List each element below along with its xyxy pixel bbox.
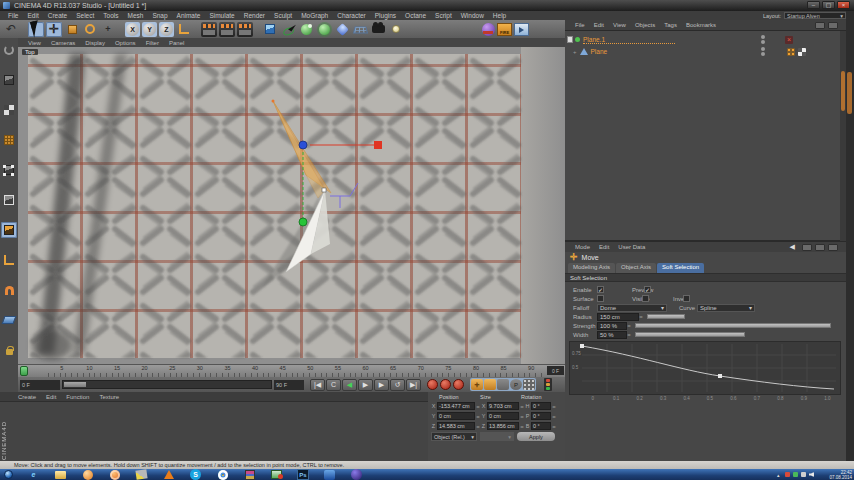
om-menu-item[interactable]: File <box>571 22 589 28</box>
timeline-slider[interactable] <box>62 380 272 389</box>
material-menu-item[interactable]: Edit <box>42 394 60 400</box>
strength-slider[interactable] <box>635 323 831 328</box>
am-menu-item[interactable]: Mode <box>571 244 594 250</box>
material-menu-item[interactable]: Texture <box>95 394 123 400</box>
am-menu-item[interactable]: User Data <box>614 244 649 250</box>
edges-mode-button[interactable] <box>1 192 17 208</box>
visible-checkbox[interactable] <box>642 295 649 302</box>
texture-mode-button[interactable] <box>1 102 17 118</box>
enabled-dot-icon[interactable] <box>575 37 580 42</box>
timeline-ruler[interactable]: 51015202530354045505560657075808590 0 F <box>18 364 565 377</box>
tray-app-icon[interactable] <box>793 472 798 477</box>
chrome-icon[interactable] <box>216 470 229 479</box>
tray-up-arrow-icon[interactable]: ▴ <box>777 472 782 477</box>
menu-item[interactable]: Help <box>489 12 510 19</box>
tab-soft-selection[interactable]: Soft Selection <box>657 263 704 273</box>
om-scrollbar-thumb[interactable] <box>841 71 845 111</box>
z-axis-handle[interactable] <box>299 141 307 149</box>
size-y-field[interactable]: 0 cm <box>487 412 519 420</box>
width-slider[interactable] <box>635 332 745 337</box>
current-frame-field[interactable]: 0 F <box>547 366 564 375</box>
add-camera-button[interactable] <box>370 22 386 37</box>
add-generator-button[interactable] <box>298 22 314 37</box>
internet-explorer-icon[interactable]: e <box>27 470 40 479</box>
add-spline-button[interactable] <box>280 22 296 37</box>
object-name-edit[interactable]: Plane.1 <box>583 36 675 44</box>
uvw-tag-icon[interactable] <box>798 48 806 56</box>
bridge-icon[interactable] <box>323 470 336 479</box>
tab-modeling-axis[interactable]: Modeling Axis <box>568 263 615 273</box>
menu-item[interactable]: Octane <box>401 12 430 19</box>
curve-point[interactable] <box>580 344 584 348</box>
layout-dropdown[interactable]: Startup Alven ▾ <box>784 12 846 19</box>
add-primitive-button[interactable] <box>262 22 278 37</box>
transport-button[interactable]: ▶ <box>358 379 373 391</box>
om-menu-item[interactable]: Objects <box>631 22 659 28</box>
menu-item[interactable]: Tools <box>99 12 122 19</box>
menu-item[interactable]: Edit <box>23 12 42 19</box>
render-view-button[interactable] <box>201 22 217 37</box>
object-row[interactable]: + Plane <box>565 46 846 57</box>
rotation-b-field[interactable]: 0 ° <box>531 422 551 430</box>
workplane-button[interactable] <box>1 312 17 328</box>
menu-item[interactable]: Sculpt <box>270 12 296 19</box>
lock-y-button[interactable]: Y <box>142 22 157 37</box>
coord-secondary-dropdown[interactable]: ▾ <box>480 432 514 441</box>
render-picture-viewer-button[interactable] <box>219 22 235 37</box>
minimize-button[interactable]: – <box>807 1 820 9</box>
lock-workplane-button[interactable] <box>1 342 17 358</box>
viewport-menu-item[interactable]: Options <box>111 40 140 46</box>
render-settings-button[interactable] <box>237 22 253 37</box>
visibility-dots[interactable] <box>761 47 765 56</box>
position-y-field[interactable]: 0 cm <box>437 412 475 420</box>
viewport-menu-item[interactable]: Display <box>81 40 109 46</box>
apply-button[interactable]: Apply <box>517 432 555 441</box>
menu-item[interactable]: MoGraph <box>297 12 332 19</box>
octane-fire-button[interactable]: FIRE <box>497 23 512 36</box>
om-menu-item[interactable]: View <box>609 22 630 28</box>
media-player-icon[interactable] <box>81 470 94 479</box>
history-back-icon[interactable]: ◀ <box>786 243 799 251</box>
transport-button[interactable]: ↺ <box>390 379 405 391</box>
window-edge-scrollbar[interactable] <box>846 11 854 461</box>
close-button[interactable]: × <box>837 1 850 9</box>
falloff-curve-editor[interactable]: 0.75 0.5 <box>569 341 841 395</box>
material-menu-item[interactable]: Function <box>62 394 93 400</box>
radius-bar[interactable] <box>647 314 685 319</box>
om-menu-item[interactable]: Bookmarks <box>682 22 720 28</box>
folder-icon[interactable] <box>54 470 67 479</box>
octane-live-viewer-button[interactable] <box>514 23 529 36</box>
autokey-button[interactable] <box>440 379 451 390</box>
y-axis-handle[interactable] <box>299 218 307 226</box>
enable-checkbox[interactable]: ✓ <box>597 286 604 293</box>
paint-icon[interactable] <box>135 470 148 479</box>
viewport-menu-item[interactable]: Cameras <box>47 40 79 46</box>
player-icon[interactable] <box>108 470 121 479</box>
lock-z-button[interactable]: Z <box>159 22 174 37</box>
position-z-field[interactable]: 14.583 cm <box>437 422 475 430</box>
strength-field[interactable]: 100 % <box>597 322 627 330</box>
menu-item[interactable]: Create <box>44 12 72 19</box>
range-end-field[interactable]: 90 F <box>274 380 304 390</box>
lock-x-button[interactable]: X <box>125 22 140 37</box>
vlc-icon[interactable] <box>162 470 175 479</box>
solo-toggle[interactable] <box>544 378 552 391</box>
om-menu-item[interactable]: Tags <box>660 22 681 28</box>
object-row[interactable]: Plane.1 × <box>565 34 846 45</box>
skype-icon[interactable]: S <box>189 470 202 479</box>
enable-axis-button[interactable] <box>1 252 17 268</box>
surface-checkbox[interactable] <box>597 295 604 302</box>
record-scale-button[interactable] <box>484 379 496 390</box>
winrar-icon[interactable] <box>243 470 256 479</box>
menu-item[interactable]: Render <box>240 12 269 19</box>
om-lock-icon[interactable] <box>828 22 838 29</box>
cinema4d-icon[interactable] <box>350 470 363 479</box>
am-menu-item[interactable]: Edit <box>595 244 613 250</box>
falloff-dropdown[interactable]: Dome▾ <box>597 304 667 312</box>
object-name[interactable]: Plane <box>591 48 608 55</box>
transport-button[interactable]: |◀ <box>310 379 325 391</box>
add-light-button[interactable] <box>388 22 404 37</box>
menu-item[interactable]: Snap <box>148 12 171 19</box>
add-modeling-object-button[interactable] <box>316 22 332 37</box>
edge-scroll-thumb[interactable] <box>847 72 852 114</box>
